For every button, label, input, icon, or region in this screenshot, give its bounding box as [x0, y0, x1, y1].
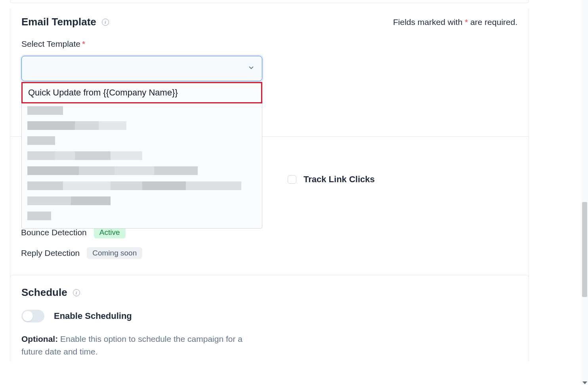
enable-scheduling-row: Enable Scheduling: [21, 310, 517, 322]
reply-detection-row: Reply Detection Coming soon: [21, 247, 142, 259]
schedule-panel: Schedule i Enable Scheduling Optional: E…: [10, 275, 529, 362]
schedule-heading-row: Schedule i: [21, 286, 517, 299]
detection-section: Bounce Detection Active Reply Detection …: [21, 227, 142, 268]
reply-detection-label: Reply Detection: [21, 248, 80, 258]
scrollbar-down-arrow-icon[interactable]: [582, 381, 587, 384]
required-fields-note: Fields marked with * are required.: [393, 17, 517, 27]
schedule-optional-text: Optional: Enable this option to schedule…: [21, 333, 263, 358]
info-icon[interactable]: i: [102, 19, 109, 26]
dropdown-option-quick-update[interactable]: Quick Update from {{Company Name}}: [21, 82, 262, 103]
track-link-clicks-row: Track Link Clicks: [288, 174, 375, 185]
schedule-heading: Schedule: [21, 286, 67, 299]
required-star: *: [465, 17, 468, 27]
track-link-clicks-checkbox[interactable]: [288, 175, 296, 184]
previous-panel-bottom: [10, 0, 529, 3]
chevron-down-icon: [248, 64, 255, 73]
track-link-clicks-label: Track Link Clicks: [304, 174, 375, 185]
enable-scheduling-toggle[interactable]: [21, 310, 44, 322]
select-template-dropdown[interactable]: [21, 56, 262, 81]
vertical-scrollbar[interactable]: [581, 0, 588, 385]
select-template-star: *: [82, 39, 85, 48]
reply-detection-badge: Coming soon: [87, 247, 142, 259]
email-template-heading: Email Template: [21, 16, 96, 28]
enable-scheduling-label: Enable Scheduling: [54, 311, 132, 321]
info-icon[interactable]: i: [73, 289, 80, 296]
email-template-panel: Email Template i Fields marked with * ar…: [10, 9, 529, 319]
dropdown-redacted-options: [22, 103, 262, 228]
required-note-prefix: Fields marked with: [393, 17, 465, 27]
toggle-knob: [23, 311, 33, 321]
select-template-field-wrap: Quick Update from {{Company Name}}: [21, 56, 262, 81]
bounce-detection-label: Bounce Detection: [21, 228, 87, 237]
scrollbar-thumb[interactable]: [582, 202, 587, 297]
select-template-label: Select Template*: [21, 39, 517, 49]
template-dropdown-panel: Quick Update from {{Company Name}}: [21, 82, 262, 229]
required-note-suffix: are required.: [468, 17, 517, 27]
select-template-label-text: Select Template: [21, 39, 80, 48]
optional-bold: Optional:: [21, 334, 58, 343]
